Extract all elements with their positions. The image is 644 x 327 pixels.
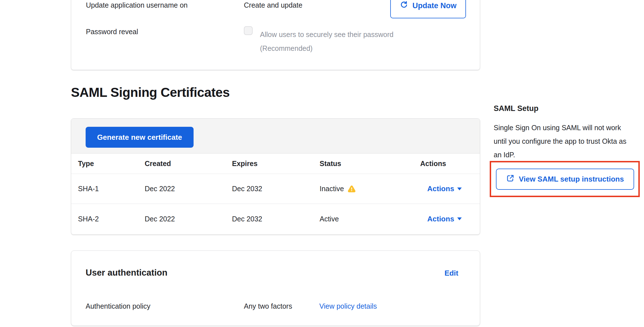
saml-signing-certificates-heading: SAML Signing Certificates <box>71 85 230 100</box>
column-header-created: Created <box>138 160 225 168</box>
refresh-icon <box>400 0 408 11</box>
actions-label: Actions <box>427 215 454 223</box>
certificates-toolbar: Generate new certificate <box>71 119 480 154</box>
certificates-table-header: Type Created Expires Status Actions <box>71 154 480 174</box>
saml-setup-heading: SAML Setup <box>494 104 539 113</box>
generate-new-certificate-button[interactable]: Generate new certificate <box>86 127 194 148</box>
password-reveal-checkbox[interactable] <box>244 26 253 35</box>
view-saml-setup-instructions-label: View SAML setup instructions <box>519 175 624 184</box>
chevron-down-icon <box>457 188 462 190</box>
user-authentication-heading: User authentication <box>86 268 167 278</box>
authentication-policy-label: Authentication policy <box>86 302 150 310</box>
authentication-policy-value: Any two factors <box>244 302 292 310</box>
external-link-icon <box>506 174 515 184</box>
column-header-expires: Expires <box>225 160 313 168</box>
view-saml-setup-instructions-button[interactable]: View SAML setup instructions <box>496 169 634 190</box>
certificate-row-sha1: SHA-1 Dec 2022 Dec 2032 Inactive Actions <box>71 174 480 204</box>
username-update-label: Update application username on <box>86 1 188 9</box>
view-policy-details-link[interactable]: View policy details <box>319 302 377 310</box>
password-reveal-checkbox-label: Allow users to securely see their passwo… <box>260 28 420 55</box>
update-now-button[interactable]: Update Now <box>390 0 466 18</box>
cert-expires: Dec 2032 <box>225 215 313 223</box>
cert-created: Dec 2022 <box>138 215 225 223</box>
password-reveal-label: Password reveal <box>86 28 138 36</box>
chevron-down-icon <box>457 217 462 220</box>
column-header-actions: Actions <box>413 160 480 168</box>
cert-type: SHA-1 <box>71 185 138 193</box>
sign-on-settings-card: Update application username on Create an… <box>71 0 480 70</box>
cert-status: Active <box>320 215 339 223</box>
saml-setup-description: Single Sign On using SAML will not work … <box>494 121 633 162</box>
actions-dropdown[interactable]: Actions <box>427 184 462 193</box>
cert-type: SHA-2 <box>71 215 138 223</box>
user-authentication-card: User authentication Edit Authentication … <box>71 250 480 326</box>
actions-label: Actions <box>427 184 454 193</box>
column-header-status: Status <box>313 160 413 168</box>
cert-created: Dec 2022 <box>138 185 225 193</box>
cert-status: Inactive <box>320 185 344 193</box>
cert-expires: Dec 2032 <box>225 185 313 193</box>
update-now-label: Update Now <box>412 1 456 10</box>
okta-app-settings-screen: Update application username on Create an… <box>0 0 644 327</box>
username-update-value: Create and update <box>244 1 302 9</box>
edit-link[interactable]: Edit <box>444 269 458 278</box>
column-header-type: Type <box>71 160 138 168</box>
red-highlight-annotation: View SAML setup instructions <box>490 161 640 197</box>
warning-icon <box>348 185 356 193</box>
certificate-row-sha2: SHA-2 Dec 2022 Dec 2032 Active Actions <box>71 204 480 234</box>
actions-dropdown[interactable]: Actions <box>427 215 462 223</box>
certificates-panel: Generate new certificate Type Created Ex… <box>71 118 480 235</box>
